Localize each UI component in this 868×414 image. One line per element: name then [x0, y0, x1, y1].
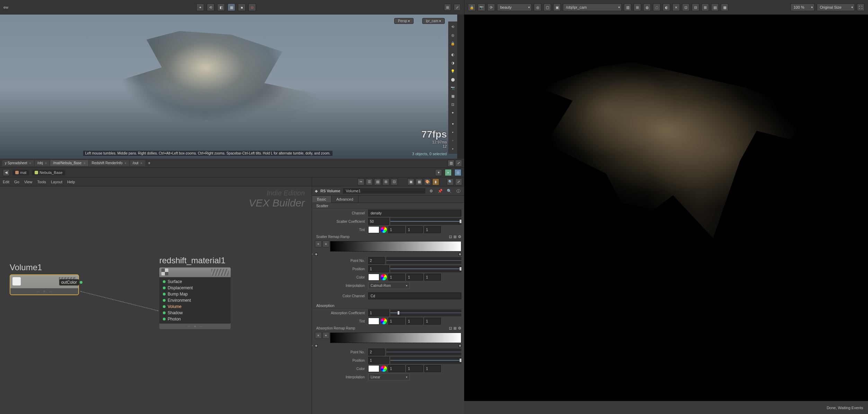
node-wire[interactable] — [80, 291, 159, 311]
position-field[interactable]: 1 — [368, 265, 389, 272]
ptool-icon[interactable]: ▦ — [416, 178, 423, 185]
network-tab[interactable]: /obj× — [35, 160, 50, 166]
rt-icon-e[interactable]: ◍ — [643, 3, 651, 11]
input-volume[interactable]: Volume — [159, 303, 231, 310]
vp-tool-2[interactable]: ⟲ — [207, 3, 214, 11]
rt-grid-icon[interactable]: ⊞ — [634, 3, 641, 11]
ramp-opt-icon[interactable]: ⊞ — [453, 235, 457, 239]
shelf-icon[interactable]: ⊡ — [449, 100, 457, 108]
input-photon[interactable]: Photon — [159, 316, 231, 322]
vp-layout-icon[interactable]: ⊞ — [444, 4, 451, 11]
color-picker-icon[interactable] — [381, 274, 387, 280]
point-slider[interactable] — [386, 257, 461, 264]
color-picker-icon[interactable] — [381, 318, 387, 324]
vp-expand-icon[interactable]: ⤢ — [454, 4, 461, 11]
zoom-dropdown[interactable]: 100 % — [790, 3, 815, 11]
absorb-coef-slider[interactable] — [390, 309, 461, 316]
rt-icon-j[interactable]: ⊟ — [692, 3, 699, 11]
tab-opt-icon[interactable]: ▥ — [448, 160, 454, 167]
rt-icon-m[interactable]: ▦ — [721, 3, 728, 11]
shelf-icon[interactable]: 📷 — [449, 84, 457, 91]
menu-layout[interactable]: Layout — [51, 180, 62, 184]
tint-r[interactable]: 1 — [388, 226, 405, 233]
absorb-ramp[interactable] — [330, 333, 461, 343]
ptool-icon[interactable]: ⊞ — [382, 178, 389, 185]
ramp-add-point[interactable]: + — [322, 332, 329, 339]
render-view[interactable] — [464, 15, 868, 401]
position-slider[interactable] — [390, 265, 461, 272]
shelf-icon[interactable]: 🔒 — [449, 39, 457, 47]
shelf-icon[interactable]: ◎ — [449, 31, 457, 39]
absorb-coef-field[interactable]: 1 — [368, 309, 389, 316]
network-tab[interactable]: y Spreadsheet× — [2, 160, 34, 166]
viewport-3d[interactable]: Persp ▾ ipr_cam ▾ 77fps 12.97ms 12 3 obj… — [0, 15, 457, 159]
menu-help[interactable]: Help — [67, 180, 75, 184]
ptool-icon[interactable]: ▮ — [432, 178, 439, 185]
tint-swatch[interactable] — [368, 226, 379, 233]
gear-icon[interactable]: ⚙ — [428, 188, 434, 194]
color-r[interactable]: 1 — [388, 274, 405, 281]
ramp-gear-icon[interactable]: ⚙ — [458, 235, 461, 239]
color-picker-icon[interactable] — [381, 365, 387, 372]
input-surface[interactable]: Surface — [159, 279, 231, 285]
render-refresh-icon[interactable]: ⟳ — [487, 3, 495, 11]
network-editor[interactable]: Indie Edition VEX Builder Volume1 outCol… — [0, 186, 312, 414]
crumb-opt-icon[interactable]: ▸ — [445, 169, 452, 176]
tint-b[interactable]: 1 — [424, 318, 441, 325]
color-swatch[interactable] — [368, 365, 379, 372]
color-g[interactable]: 1 — [406, 365, 423, 372]
rt-icon-k[interactable]: ⊠ — [701, 3, 709, 11]
vp-tool-1[interactable]: ✦ — [196, 3, 204, 11]
tint-b[interactable]: 1 — [424, 226, 441, 233]
render-canvas[interactable] — [464, 15, 868, 401]
input-bumpmap[interactable]: Bump Map — [159, 291, 231, 297]
point-no-field[interactable]: 2 — [368, 349, 385, 355]
crumb-opt-icon[interactable]: ▾ — [435, 169, 442, 176]
node-redshift-material[interactable]: redshift_material1 Surface Displacement … — [159, 256, 231, 329]
crumb-mat[interactable]: mat — [12, 170, 29, 175]
camera-path-dropdown[interactable]: /obj/ipr_cam — [563, 3, 622, 11]
network-tab[interactable]: /mat/Nebula_Base× — [50, 160, 88, 166]
rt-fullscreen-icon[interactable]: ⛶ — [857, 3, 865, 11]
color-picker-icon[interactable] — [381, 227, 387, 233]
menu-tools[interactable]: Tools — [37, 180, 46, 184]
camera-dropdown[interactable]: ipr_cam ▾ — [422, 18, 445, 24]
rt-icon-a[interactable]: ◎ — [534, 3, 541, 11]
output-outcolor[interactable]: outColor — [59, 279, 79, 285]
crumb-opt-icon[interactable]: ◎ — [454, 169, 461, 176]
input-displacement[interactable]: Displacement — [159, 285, 231, 291]
shelf-icon[interactable]: 💡 — [449, 67, 457, 75]
tint-g[interactable]: 1 — [406, 318, 423, 325]
ptool-icon[interactable]: ⊡ — [391, 178, 398, 185]
ramp-delete-point[interactable]: × — [315, 240, 322, 247]
render-lock-icon[interactable]: 🔒 — [468, 3, 476, 11]
ramp-opt-icon[interactable]: ⊡ — [449, 326, 452, 331]
menu-edit[interactable]: Edit — [3, 180, 9, 184]
crumb-nebula[interactable]: Nebula_Base — [32, 170, 65, 175]
point-no-field[interactable]: 2 — [368, 257, 385, 264]
ptool-icon[interactable]: ☰ — [366, 178, 373, 185]
ramp-delete-point[interactable]: × — [315, 332, 322, 339]
input-shadow[interactable]: Shadow — [159, 310, 231, 316]
aov-dropdown[interactable]: beauty — [497, 3, 532, 11]
vp-tool-4[interactable]: ▦ — [228, 3, 235, 11]
tint-swatch[interactable] — [368, 318, 379, 325]
color-b[interactable]: 1 — [424, 365, 441, 372]
persp-dropdown[interactable]: Persp ▾ — [394, 18, 414, 24]
shelf-icon[interactable]: ▾ — [449, 120, 457, 127]
rt-icon-c[interactable]: ▣ — [553, 3, 561, 11]
color-r[interactable]: 1 — [388, 365, 405, 372]
channel-field[interactable]: density — [368, 210, 461, 217]
ptool-search-icon[interactable]: 🔍 — [447, 178, 454, 185]
shelf-icon[interactable]: ✦ — [449, 109, 457, 116]
input-environment[interactable]: Environment — [159, 297, 231, 303]
shelf-icon[interactable]: ◐ — [449, 51, 457, 58]
menu-view[interactable]: View — [24, 180, 33, 184]
shelf-icon[interactable]: ▪ — [449, 145, 457, 152]
help-icon[interactable]: ⓘ — [455, 188, 461, 194]
viewport-canvas[interactable] — [0, 15, 457, 159]
nav-back-icon[interactable]: ◀ — [3, 169, 10, 176]
ramp-opt-icon[interactable]: ⊡ — [449, 235, 452, 239]
position-slider[interactable] — [390, 357, 461, 364]
network-tab[interactable]: Redshift RenderInfo× — [89, 160, 129, 166]
